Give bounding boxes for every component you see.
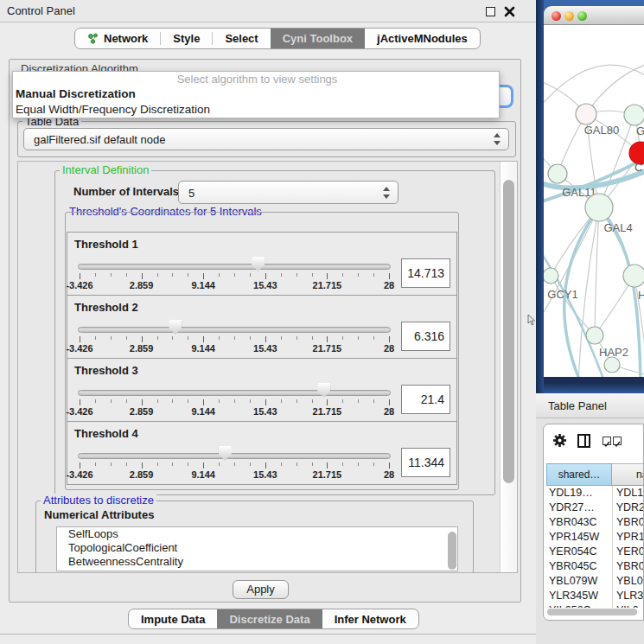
number-of-intervals-combobox[interactable]: 5: [178, 181, 399, 204]
tick-mark: [95, 273, 96, 277]
network-node-gal4[interactable]: [585, 194, 613, 221]
network-node-h[interactable]: [623, 265, 644, 287]
table-panel-title: Table Panel: [548, 399, 607, 412]
table-cell-shared-name: YER054C: [546, 545, 612, 559]
threshold-4-slider-track[interactable]: [78, 453, 391, 459]
scale-label: -3.426: [66, 406, 92, 417]
threshold-2-slider-track[interactable]: [78, 327, 391, 333]
attribute-list-item[interactable]: TopologicalCoefficient: [57, 541, 457, 555]
tick-mark: [342, 336, 343, 340]
tick-mark: [389, 273, 390, 279]
split-pane-icon[interactable]: [577, 434, 590, 448]
tab-cyni-toolbox[interactable]: Cyni Toolbox: [271, 29, 365, 48]
tick-mark: [389, 399, 390, 405]
threshold-3-value-field[interactable]: 21.4: [401, 385, 450, 414]
table-row[interactable]: YDL19…YDL1: [546, 486, 644, 501]
table-data-combobox[interactable]: galFiltered.sif default node: [23, 128, 509, 150]
network-node-ga[interactable]: [624, 105, 644, 125]
table-data-selected-value: galFiltered.sif default node: [34, 133, 165, 146]
table-row[interactable]: YBR043CYBR0: [546, 515, 644, 530]
tick-mark: [219, 273, 220, 277]
apply-button[interactable]: Apply: [233, 580, 289, 599]
window-zoom-button[interactable]: [577, 11, 587, 21]
table-row[interactable]: YBL079WYBL0: [546, 574, 644, 589]
tick-mark: [250, 273, 251, 277]
scale-label: 28: [384, 469, 394, 480]
dropdown-item-manual-discretization[interactable]: Manual Discretization: [13, 86, 499, 102]
tick-mark: [265, 336, 266, 342]
float-window-icon[interactable]: [486, 7, 495, 16]
mouse-cursor: [527, 315, 536, 326]
tick-mark: [250, 399, 251, 403]
checkbox-icon[interactable]: [613, 437, 622, 445]
tick-mark: [157, 273, 158, 277]
network-node-gal11[interactable]: [548, 164, 567, 183]
tick-mark: [281, 273, 282, 277]
network-edge[interactable]: [544, 65, 644, 107]
network-node-gal80[interactable]: [576, 104, 596, 124]
tick-mark: [203, 462, 204, 469]
tab-discretize-data[interactable]: Discretize Data: [217, 609, 322, 628]
scale-label: 15.43: [253, 469, 277, 480]
scale-label: 9.144: [191, 280, 215, 290]
tab-network[interactable]: Network: [75, 29, 160, 48]
table-row[interactable]: YPR145WYPR1: [546, 530, 644, 545]
tick-mark: [219, 399, 220, 403]
threshold-panel-1: Threshold 1-3.4262.8599.14415.4321.71528…: [67, 232, 457, 296]
network-node-gcy1[interactable]: [544, 268, 558, 284]
table-row[interactable]: YBR045CYBR0: [546, 559, 644, 574]
window-minimize-button[interactable]: [564, 11, 574, 21]
window-close-button[interactable]: [552, 11, 561, 21]
network-window-titlebar[interactable]: [544, 6, 644, 25]
close-icon[interactable]: [504, 6, 515, 17]
gear-icon[interactable]: [552, 433, 567, 448]
table-row[interactable]: YER054CYER0: [546, 545, 644, 559]
tick-mark: [80, 336, 80, 342]
table-cell-name: YLR3: [612, 589, 643, 603]
tick-mark: [188, 399, 188, 403]
threshold-label: Threshold 1: [74, 238, 138, 251]
tick-mark: [188, 273, 188, 277]
tab-select[interactable]: Select: [213, 29, 270, 48]
network-node[interactable]: [604, 357, 620, 373]
network-edge[interactable]: [551, 276, 595, 335]
tick-mark: [203, 336, 204, 342]
network-node-hap2[interactable]: [586, 327, 603, 344]
table-row[interactable]: YLR345WYLR3: [546, 589, 644, 603]
tick-mark: [342, 273, 343, 277]
network-view-canvas[interactable]: GAL80GACGAL11GAL4GCY1HHAP2: [544, 25, 644, 377]
tab-style[interactable]: Style: [161, 29, 212, 48]
network-node-label: GAL4: [603, 221, 632, 234]
threshold-3-slider-track[interactable]: [78, 390, 391, 396]
threshold-4-value-field[interactable]: 11.344: [401, 448, 450, 477]
threshold-2-value-field[interactable]: 6.316: [401, 322, 450, 351]
control-panel-titlebar: Control Panel: [0, 0, 536, 22]
tab-impute-data-label: Impute Data: [141, 609, 205, 629]
settings-scroll-area: Interval Definition Number of Intervals …: [17, 161, 518, 573]
column-header-shared-name[interactable]: shared…: [546, 463, 612, 486]
dropdown-item-equal-width-frequency[interactable]: Equal Width/Frequency Discretization: [13, 102, 499, 118]
tick-mark: [111, 462, 112, 466]
settings-scrollbar-thumb[interactable]: [503, 180, 514, 483]
tab-impute-data[interactable]: Impute Data: [129, 609, 217, 628]
tab-infer-network[interactable]: Infer Network: [322, 609, 418, 628]
table-row[interactable]: YIL052CYIL0: [546, 603, 644, 608]
tick-mark: [188, 462, 188, 466]
control-panel-title: Control Panel: [7, 4, 75, 17]
checkbox-icon[interactable]: [603, 437, 611, 445]
threshold-panel-4: Threshold 4-3.4262.8599.14415.4321.71528…: [67, 421, 457, 485]
attributes-list-scrollbar[interactable]: [448, 532, 456, 570]
node-table: shared… na YDL19…YDL1YDR27…YDR2YBR043CYB…: [543, 424, 644, 621]
threshold-label: Threshold 3: [74, 364, 138, 377]
tab-jactivemnodules[interactable]: jActiveMNodules: [365, 29, 480, 48]
numerical-attributes-list[interactable]: SelfLoopsTopologicalCoefficientBetweenne…: [56, 526, 458, 571]
table-cell-name: YIL0: [612, 603, 639, 608]
column-header-name[interactable]: na: [612, 463, 644, 486]
threshold-1-slider-track[interactable]: [78, 264, 391, 270]
attribute-list-item[interactable]: BetweennessCentrality: [57, 555, 457, 569]
attribute-list-item[interactable]: SelfLoops: [57, 527, 457, 541]
dropdown-item-prompt[interactable]: Select algorithm to view settings: [13, 72, 499, 86]
table-row[interactable]: YDR27…YDR2: [546, 501, 644, 515]
table-horizontal-scrollbar[interactable]: [547, 609, 637, 615]
threshold-1-value-field[interactable]: 14.713: [401, 258, 450, 288]
